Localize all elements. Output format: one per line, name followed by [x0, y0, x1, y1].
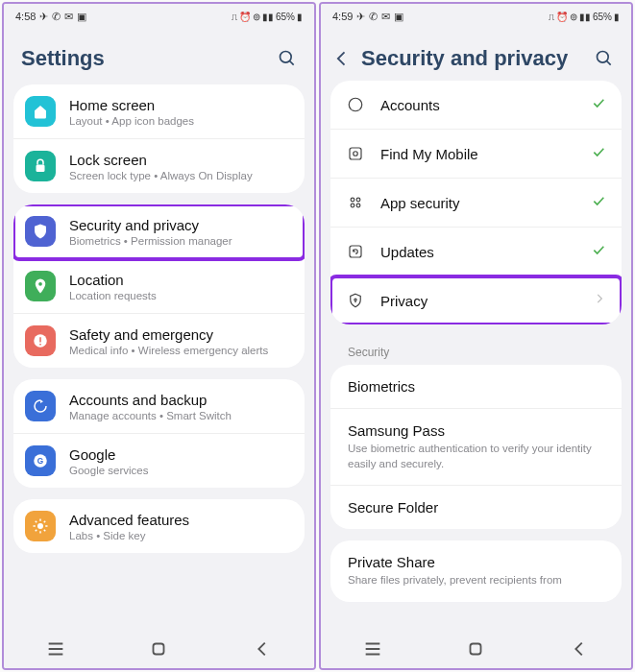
security-item-samsung-pass[interactable]: Samsung PassUse biometric authentication… [330, 409, 622, 486]
settings-group: Security and privacyBiometrics • Permiss… [13, 204, 305, 368]
page-title: Settings [21, 46, 268, 71]
gmail-icon: ✉ [64, 11, 73, 23]
search-button[interactable] [595, 49, 614, 68]
item-title: Lock screen [69, 152, 293, 168]
safety-emergency-icon [25, 325, 56, 356]
location-icon [25, 271, 56, 301]
check-icon [591, 242, 606, 261]
security-privacy-icon [25, 216, 56, 247]
settings-item-location[interactable]: LocationLocation requests [13, 259, 305, 314]
security-item-biometrics[interactable]: Biometrics [330, 365, 622, 409]
settings-item-accounts-backup[interactable]: Accounts and backupManage accounts • Sma… [13, 379, 305, 434]
item-title: Security and privacy [69, 217, 293, 233]
item-label: Privacy [380, 293, 577, 309]
svg-line-15 [607, 61, 611, 65]
settings-item-security-privacy[interactable]: Security and privacyBiometrics • Permiss… [13, 204, 305, 259]
page-title: Security and privacy [361, 46, 585, 71]
security-item-secure-folder[interactable]: Secure Folder [330, 486, 622, 529]
svg-point-23 [356, 204, 360, 207]
search-button[interactable] [278, 49, 297, 68]
svg-rect-2 [37, 165, 45, 173]
refresh-icon [346, 242, 365, 261]
extra-item-private-share[interactable]: Private ShareShare files privately, prev… [330, 540, 622, 602]
svg-text:G: G [37, 457, 43, 466]
check-icon [591, 144, 606, 163]
status-bar: 4:58 ✈ ✆ ✉ ▣ ⎍ ⏰ ⊚ ▮▮ 65% ▮ [4, 4, 314, 29]
svg-point-14 [598, 52, 609, 63]
nfc-icon: ⎍ [549, 12, 554, 22]
item-subtitle: Google services [69, 465, 293, 476]
item-title: Samsung Pass [348, 422, 604, 439]
status-item-app-security[interactable]: App security [330, 179, 622, 228]
home-button[interactable] [148, 638, 169, 660]
status-item-find-my-mobile[interactable]: Find My Mobile [330, 130, 622, 179]
lock-screen-icon [25, 151, 56, 181]
settings-item-lock-screen[interactable]: Lock screenScreen lock type • Always On … [13, 139, 305, 193]
extra-card: Private ShareShare files privately, prev… [330, 540, 622, 602]
item-label: App security [380, 195, 575, 211]
recent-apps-button[interactable] [45, 638, 66, 660]
svg-point-20 [351, 198, 354, 202]
settings-item-google[interactable]: GGoogleGoogle services [13, 434, 305, 488]
security-privacy-list[interactable]: AccountsFind My MobileApp securityUpdate… [321, 81, 631, 630]
settings-list[interactable]: Home screenLayout • App icon badgesLock … [4, 84, 314, 630]
svg-rect-5 [39, 337, 41, 342]
home-button[interactable] [465, 638, 486, 660]
item-title: Google [69, 446, 293, 463]
user-icon [346, 95, 365, 114]
item-label: Accounts [380, 97, 575, 113]
svg-point-0 [281, 52, 292, 63]
shield-icon [346, 291, 365, 310]
google-icon: G [25, 445, 56, 476]
item-title: Secure Folder [348, 499, 604, 516]
svg-line-1 [290, 61, 294, 65]
item-subtitle: Share files privately, prevent recipient… [348, 573, 604, 588]
accounts-backup-icon [25, 391, 56, 421]
svg-rect-18 [350, 148, 361, 159]
nfc-icon: ⎍ [232, 12, 237, 22]
status-item-updates[interactable]: Updates [330, 228, 622, 276]
recent-apps-button[interactable] [362, 638, 383, 660]
telegram-icon: ✈ [39, 11, 48, 23]
battery-text: 65% [593, 12, 612, 22]
whatsapp-icon: ✆ [52, 11, 61, 23]
back-button[interactable] [252, 638, 273, 660]
settings-item-safety-emergency[interactable]: Safety and emergencyMedical info • Wirel… [13, 314, 305, 368]
image-icon: ▣ [77, 11, 86, 23]
item-title: Advanced features [69, 512, 293, 528]
settings-item-home-screen[interactable]: Home screenLayout • App icon badges [13, 84, 305, 139]
item-title: Location [69, 272, 293, 288]
home-screen-icon [25, 96, 56, 127]
settings-group: Advanced featuresLabs • Side key [13, 499, 305, 553]
signal-icon: ▮▮ [579, 12, 591, 22]
gmail-icon: ✉ [381, 11, 390, 23]
settings-item-advanced-features[interactable]: Advanced featuresLabs • Side key [13, 499, 305, 553]
nav-bar [4, 630, 314, 668]
item-subtitle: Use biometric authentication to verify y… [348, 442, 604, 471]
svg-point-21 [356, 198, 360, 202]
svg-rect-30 [471, 644, 481, 655]
grid-icon [346, 193, 365, 212]
alarm-icon: ⏰ [556, 12, 568, 22]
back-button[interactable] [569, 638, 590, 660]
status-item-accounts[interactable]: Accounts [330, 81, 622, 130]
status-item-privacy[interactable]: Privacy [330, 276, 622, 324]
clock: 4:58 [15, 11, 36, 22]
item-title: Biometrics [348, 378, 604, 395]
phone-left: 4:58 ✈ ✆ ✉ ▣ ⎍ ⏰ ⊚ ▮▮ 65% ▮ Settings Hom… [2, 2, 316, 670]
check-icon [591, 193, 606, 212]
signal-icon: ▮▮ [262, 12, 274, 22]
alarm-icon: ⏰ [239, 12, 251, 22]
status-bar: 4:59 ✈ ✆ ✉ ▣ ⎍ ⏰ ⊚ ▮▮ 65% ▮ [321, 4, 631, 29]
header: Security and privacy [321, 31, 631, 81]
item-title: Safety and emergency [69, 326, 293, 343]
chevron-right-icon [593, 292, 606, 309]
section-header-security: Security [330, 336, 622, 365]
header: Settings [4, 29, 314, 84]
item-subtitle: Biometrics • Permission manager [69, 235, 293, 247]
battery-icon: ▮ [297, 12, 303, 22]
phone-right: 4:59 ✈ ✆ ✉ ▣ ⎍ ⏰ ⊚ ▮▮ 65% ▮ Security and… [319, 2, 633, 670]
back-button[interactable] [332, 49, 352, 68]
item-title: Private Share [348, 554, 604, 570]
settings-group: Accounts and backupManage accounts • Sma… [13, 379, 305, 488]
